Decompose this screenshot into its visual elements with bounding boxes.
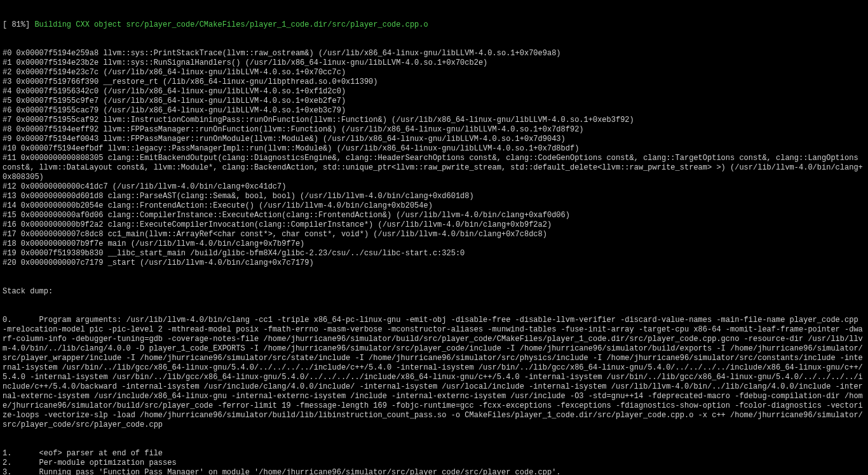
stack-trace: #0 0x00007f5194e259a8 llvm::sys::PrintSt…: [3, 49, 865, 268]
stack-frame: #0 0x00007f5194e259a8 llvm::sys::PrintSt…: [3, 49, 865, 58]
stack-frame: #3 0x00007f519766f390 __restore_rt (/lib…: [3, 77, 865, 87]
stack-frame: #16 0x0000000000b9f2a2 clang::ExecuteCom…: [3, 220, 865, 230]
stack-frame: #17 0x00000000007c8dc8 cc1_main(llvm::Ar…: [3, 230, 865, 239]
stack-frame: #15 0x0000000000af0d06 clang::CompilerIn…: [3, 211, 865, 220]
stack-frame: #19 0x00007f519389b830 __libc_start_main…: [3, 249, 865, 258]
stack-dump-label: Stack dump:: [3, 287, 865, 297]
building-text: Building CXX object src/player_code/CMak…: [34, 20, 428, 29]
stack-frame: #9 0x00007f5194ef0043 llvm::FPPassManage…: [3, 135, 865, 144]
dump-entry: 2. Per-module optimization passes: [3, 458, 865, 468]
stack-frame: #2 0x00007f5194e23c7c (/usr/lib/x86_64-l…: [3, 68, 865, 77]
stack-frame: #1 0x00007f5194e23b2e llvm::sys::RunSign…: [3, 58, 865, 68]
progress-percent: [ 81%]: [3, 20, 34, 29]
stack-frame: #11 0x0000000000808305 clang::EmitBacken…: [3, 154, 865, 182]
program-arguments: 0. Program arguments: /usr/lib/llvm-4.0/…: [3, 316, 865, 430]
stack-dump-entries: 1. <eof> parser at end of file2. Per-mod…: [3, 449, 865, 475]
stack-frame: #7 0x00007f51955caf92 llvm::InstructionC…: [3, 116, 865, 125]
stack-frame: #8 0x00007f5194eeff92 llvm::FPPassManage…: [3, 125, 865, 135]
stack-frame: #14 0x0000000000b2054e clang::FrontendAc…: [3, 201, 865, 211]
stack-frame: #20 0x00000000007c7179 _start (/usr/lib/…: [3, 258, 865, 268]
dump-entry: 1. <eof> parser at end of file: [3, 449, 865, 458]
terminal-output: [ 81%] Building CXX object src/player_co…: [0, 0, 868, 475]
stack-frame: #12 0x00000000000c41dc7 (/usr/lib/llvm-4…: [3, 182, 865, 192]
dump-entry: 3. Running pass 'Function Pass Manager' …: [3, 468, 865, 475]
stack-frame: #6 0x00007f51955cac79 (/usr/lib/x86_64-l…: [3, 106, 865, 116]
stack-frame: #13 0x0000000000d601d8 clang::ParseAST(c…: [3, 192, 865, 201]
stack-frame: #18 0x00000000007b9f7e main (/usr/lib/ll…: [3, 239, 865, 249]
build-progress-line: [ 81%] Building CXX object src/player_co…: [3, 20, 865, 30]
stack-frame: #10 0x00007f5194eefbdf llvm::legacy::Pas…: [3, 144, 865, 154]
stack-frame: #5 0x00007f51955c9fe7 (/usr/lib/x86_64-l…: [3, 97, 865, 106]
stack-frame: #4 0x00007f51956342c0 (/usr/lib/x86_64-l…: [3, 87, 865, 97]
